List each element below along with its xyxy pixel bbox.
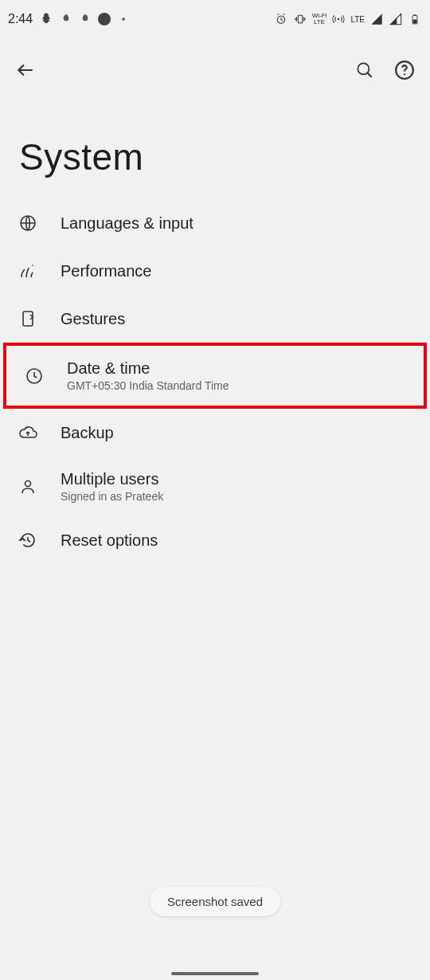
settings-item-label: Gestures: [61, 310, 125, 328]
settings-item-label: Multiple users: [61, 470, 163, 488]
vibrate-icon: [293, 12, 307, 26]
toast-notification[interactable]: Screenshot saved: [150, 887, 280, 916]
svg-point-12: [25, 480, 31, 486]
settings-item-performance[interactable]: Performance: [0, 247, 430, 295]
settings-item-label: Reset options: [61, 531, 158, 550]
back-button[interactable]: [14, 59, 37, 81]
signal-icon-2: [389, 12, 403, 26]
svg-point-2: [338, 18, 340, 21]
settings-item-languages[interactable]: Languages & input: [0, 199, 430, 247]
settings-item-subtitle: Signed in as Prateek: [61, 490, 163, 503]
settings-item-label: Date & time: [67, 359, 229, 378]
status-bar-left: 2:44: [8, 12, 125, 26]
cloud-icon: [18, 422, 38, 443]
settings-item-date-time[interactable]: Date & time GMT+05:30 India Standard Tim…: [3, 343, 427, 409]
history-icon: [18, 530, 38, 551]
battery-icon: [408, 12, 422, 26]
hotspot-icon: [331, 12, 346, 26]
app-notification-icon: [98, 13, 111, 25]
settings-item-reset-options[interactable]: Reset options: [0, 516, 430, 564]
help-button[interactable]: [393, 59, 416, 81]
status-bar: 2:44 Wi-FiLTE LTE: [0, 0, 430, 38]
tinder-notification-icon: [60, 12, 72, 26]
wifi-lte-label: Wi-FiLTE: [312, 13, 327, 25]
tinder-notification-icon-2: [79, 12, 92, 26]
signal-icon-1: [369, 12, 384, 26]
globe-icon: [18, 213, 38, 233]
overflow-dot-icon: [122, 18, 125, 21]
gestures-icon: [18, 308, 38, 329]
svg-point-8: [404, 73, 405, 75]
status-bar-right: Wi-FiLTE LTE: [274, 12, 422, 26]
toast-message: Screenshot saved: [167, 895, 263, 908]
person-icon: [18, 476, 38, 497]
search-button[interactable]: [354, 59, 376, 81]
app-bar: [0, 48, 430, 92]
settings-item-multiple-users[interactable]: Multiple users Signed in as Prateek: [0, 457, 430, 516]
settings-item-label: Backup: [61, 424, 114, 442]
gesture-nav-bar[interactable]: [171, 972, 259, 975]
settings-list: Languages & input Performance Gestures D…: [0, 199, 430, 564]
settings-item-subtitle: GMT+05:30 India Standard Time: [67, 379, 229, 392]
page-title: System: [19, 135, 143, 178]
svg-rect-5: [413, 20, 417, 24]
settings-item-label: Languages & input: [61, 214, 194, 233]
snapchat-notification-icon: [39, 12, 53, 26]
svg-rect-1: [298, 15, 302, 22]
lte-label: LTE: [350, 15, 365, 24]
alarm-icon: [274, 12, 288, 26]
settings-item-label: Performance: [61, 262, 152, 280]
clock-icon: [24, 366, 45, 386]
settings-item-backup[interactable]: Backup: [0, 409, 430, 457]
performance-icon: [18, 261, 38, 281]
svg-rect-4: [414, 14, 416, 15]
settings-item-gestures[interactable]: Gestures: [0, 295, 430, 343]
clock-time: 2:44: [8, 12, 33, 26]
